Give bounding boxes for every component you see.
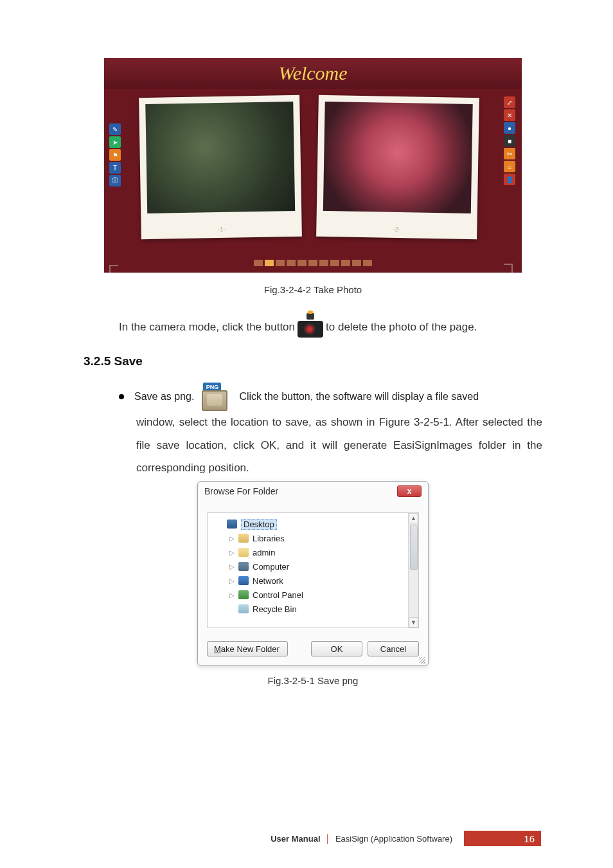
- tree-scrollbar[interactable]: ▲ ▼: [408, 513, 418, 628]
- tool-record-icon[interactable]: ●: [504, 122, 515, 134]
- thumbnail-2[interactable]: [276, 260, 285, 266]
- user-icon: [238, 548, 249, 557]
- make-rest: ake New Folder: [221, 644, 280, 654]
- scroll-thumb[interactable]: [410, 525, 418, 570]
- expand-arrow-icon[interactable]: ▷: [229, 577, 235, 584]
- figure-caption-save-png: Fig.3-2-5-1 Save png: [84, 675, 542, 686]
- thumbnail-strip[interactable]: [104, 260, 522, 273]
- tool-person-icon[interactable]: 👤: [504, 174, 515, 185]
- camera-delete-paragraph: In the camera mode, click the button to …: [119, 313, 542, 338]
- expand-arrow-icon[interactable]: ▷: [229, 549, 235, 556]
- footer-rest: EasiSign (Application Software): [335, 834, 452, 844]
- make-new-folder-button[interactable]: Make New Folder: [207, 641, 288, 656]
- thumbnail-6[interactable]: [319, 260, 328, 266]
- computer-icon: [238, 562, 249, 571]
- tool-close-icon[interactable]: ✕: [504, 109, 515, 121]
- thumbnail-8[interactable]: [341, 260, 350, 266]
- welcome-banner: Welcome ✎ ➤ ⚑ T ⓘ ⤢ ✕ ● ■ ✂ ⌂ 👤: [104, 58, 522, 273]
- desktop-icon: [227, 520, 237, 529]
- tool-cut-icon[interactable]: ✂: [504, 148, 515, 159]
- tree-item-label: Network: [253, 576, 283, 586]
- camera-para-after: to delete the photo of the page.: [326, 317, 477, 338]
- tool-home-icon[interactable]: ⌂: [504, 161, 515, 172]
- camera-delete-icon[interactable]: [296, 313, 324, 338]
- photo-card-2[interactable]: -2-: [316, 95, 479, 239]
- tool-info-icon[interactable]: ⓘ: [109, 175, 121, 186]
- photo-card-1[interactable]: -1-: [139, 95, 302, 239]
- tree-item-libraries[interactable]: ▷Libraries: [210, 531, 416, 545]
- camera-para-before: In the camera mode, click the button: [119, 317, 295, 338]
- folder-tree[interactable]: Desktop▷Libraries▷admin▷Computer▷Network…: [207, 512, 419, 628]
- left-toolbar: ✎ ➤ ⚑ T ⓘ: [109, 123, 122, 291]
- tool-arrow-icon[interactable]: ➤: [109, 136, 121, 148]
- tree-item-desktop[interactable]: Desktop: [210, 517, 416, 531]
- left-bracket-icon[interactable]: [109, 265, 118, 291]
- tree-item-recycle-bin[interactable]: Recycle Bin: [210, 602, 416, 616]
- thumbnail-1[interactable]: [265, 260, 274, 266]
- bullet-dot-icon: [119, 394, 124, 399]
- thumbnail-9[interactable]: [352, 260, 361, 266]
- right-bracket-icon[interactable]: [504, 264, 513, 289]
- thumbnail-7[interactable]: [330, 260, 339, 266]
- tool-save-icon[interactable]: ■: [504, 135, 515, 147]
- photo-1-index: -1-: [217, 226, 225, 233]
- dialog-titlebar: Browse For Folder x: [198, 482, 428, 501]
- tree-item-label: Control Panel: [253, 590, 303, 600]
- network-icon: [238, 576, 249, 585]
- tree-item-label: Desktop: [241, 519, 277, 530]
- figure-caption-take-photo: Fig.3-2-4-2 Take Photo: [84, 284, 542, 295]
- cancel-button[interactable]: Cancel: [368, 641, 419, 656]
- welcome-header: Welcome: [104, 58, 522, 89]
- plant-photo: [145, 102, 295, 213]
- footer-separator-icon: │: [325, 834, 330, 844]
- photo-2-index: -2-: [393, 226, 400, 233]
- recycle-icon: [238, 604, 249, 613]
- tree-item-network[interactable]: ▷Network: [210, 574, 416, 588]
- dialog-title-text: Browse For Folder: [204, 486, 278, 496]
- thumbnail-4[interactable]: [298, 260, 306, 266]
- scroll-up-icon[interactable]: ▲: [409, 513, 418, 523]
- tool-pencil-icon[interactable]: ✎: [109, 123, 121, 135]
- tree-item-label: Computer: [253, 562, 289, 572]
- save-description-paragraph: window, select the location to save, as …: [136, 411, 542, 480]
- welcome-title: Welcome: [278, 62, 347, 84]
- expand-arrow-icon[interactable]: ▷: [229, 535, 235, 542]
- browse-for-folder-dialog: Browse For Folder x Desktop▷Libraries▷ad…: [197, 481, 429, 666]
- footer-page-number: 16: [464, 831, 541, 846]
- tool-expand-icon[interactable]: ⤢: [504, 96, 515, 108]
- section-heading-save: 3.2.5 Save: [84, 354, 542, 368]
- tree-item-label: admin: [253, 548, 275, 557]
- png-icon[interactable]: PNG: [202, 383, 227, 411]
- page-footer: User Manual │ EasiSign (Application Soft…: [0, 831, 613, 846]
- save-as-png-bullet: Save as png. PNG Click the button, the s…: [119, 383, 542, 411]
- expand-arrow-icon[interactable]: ▷: [229, 563, 235, 570]
- tool-flag-icon[interactable]: ⚑: [109, 149, 121, 161]
- tree-item-computer[interactable]: ▷Computer: [210, 559, 416, 574]
- save-as-png-rest: Click the button, the software will disp…: [239, 391, 542, 402]
- tree-item-label: Libraries: [253, 534, 285, 543]
- make-mnemonic: M: [214, 644, 221, 654]
- thumbnail-3[interactable]: [287, 260, 296, 266]
- tree-item-control-panel[interactable]: ▷Control Panel: [210, 588, 416, 602]
- resize-grip-icon[interactable]: [419, 657, 425, 664]
- expand-arrow-icon[interactable]: ▷: [229, 592, 235, 599]
- lib-icon: [238, 534, 249, 543]
- thumbnail-10[interactable]: [363, 260, 372, 266]
- scroll-down-icon[interactable]: ▼: [409, 617, 418, 628]
- dialog-button-row: Make New Folder OK Cancel: [198, 635, 428, 665]
- heart-photo: [323, 102, 473, 213]
- tree-item-admin[interactable]: ▷admin: [210, 545, 416, 559]
- footer-text: User Manual │ EasiSign (Application Soft…: [271, 834, 452, 844]
- tree-item-label: Recycle Bin: [253, 604, 297, 614]
- thumbnail-0[interactable]: [254, 260, 263, 266]
- save-as-png-label: Save as png.: [134, 391, 194, 402]
- footer-bold: User Manual: [271, 834, 320, 844]
- ok-button[interactable]: OK: [311, 641, 362, 656]
- thumbnail-5[interactable]: [308, 260, 317, 266]
- dialog-close-button[interactable]: x: [397, 485, 422, 497]
- tool-text-icon[interactable]: T: [109, 162, 121, 174]
- cpanel-icon: [238, 590, 249, 599]
- right-toolbar: ⤢ ✕ ● ■ ✂ ⌂ 👤: [504, 96, 517, 289]
